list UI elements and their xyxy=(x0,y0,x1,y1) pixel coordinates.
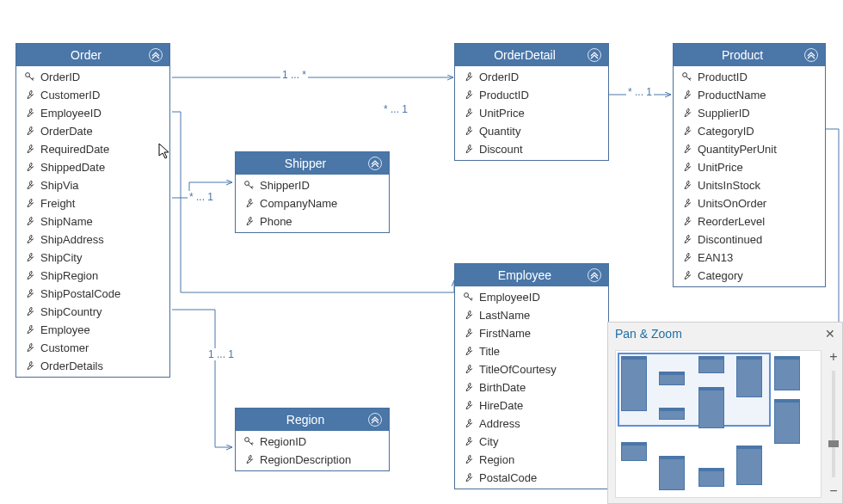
field-row[interactable]: EmployeeID xyxy=(16,104,169,122)
field-label: ReorderLevel xyxy=(698,215,765,228)
field-label: OrderDetails xyxy=(40,360,103,372)
zoom-slider[interactable]: + − xyxy=(825,345,842,503)
field-row[interactable]: ProductID xyxy=(674,68,825,86)
entity-header[interactable]: Shipper xyxy=(236,152,389,175)
field-row[interactable]: Quantity xyxy=(455,122,608,140)
wrench-icon xyxy=(23,162,35,173)
field-row[interactable]: OrderID xyxy=(16,68,169,86)
panzoom-thumbnail[interactable] xyxy=(615,350,821,498)
field-row[interactable]: Region xyxy=(455,451,608,469)
field-row[interactable]: HireDate xyxy=(455,396,608,415)
zoom-out-button[interactable]: − xyxy=(828,482,839,500)
field-row[interactable]: OrderDetails xyxy=(16,357,169,375)
wrench-icon xyxy=(462,364,474,375)
panzoom-panel[interactable]: Pan & Zoom ✕ + xyxy=(607,322,843,504)
collapse-icon[interactable] xyxy=(588,268,601,282)
field-row[interactable]: ShipName xyxy=(16,212,169,230)
field-row[interactable]: CompanyName xyxy=(236,194,389,212)
field-row[interactable]: Address xyxy=(455,415,608,433)
field-row[interactable]: UnitPrice xyxy=(455,104,608,122)
field-label: HireDate xyxy=(479,399,523,412)
diagram-canvas[interactable]: 1 ... * * ... 1 * ... 1 * ... 1 1 ... 1 … xyxy=(0,0,843,504)
field-row[interactable]: UnitsOnOrder xyxy=(674,194,825,212)
field-row[interactable]: PostalCode xyxy=(455,469,608,487)
field-row[interactable]: BirthDate xyxy=(455,378,608,396)
entity-orderdetail[interactable]: OrderDetail OrderIDProductIDUnitPriceQua… xyxy=(454,43,609,161)
entity-header[interactable]: Order xyxy=(16,44,169,66)
field-row[interactable]: ShipAddress xyxy=(16,230,169,249)
field-row[interactable]: City xyxy=(455,433,608,451)
field-row[interactable]: OrderID xyxy=(455,68,608,86)
field-row[interactable]: QuantityPerUnit xyxy=(674,140,825,158)
field-row[interactable]: ShipRegion xyxy=(16,267,169,285)
field-row[interactable]: TitleOfCourtesy xyxy=(455,360,608,378)
field-row[interactable]: Discount xyxy=(455,140,608,158)
entity-employee[interactable]: Employee EmployeeIDLastNameFirstNameTitl… xyxy=(454,263,609,489)
entity-header[interactable]: OrderDetail xyxy=(455,44,608,66)
field-label: BirthDate xyxy=(479,381,526,394)
entity-shipper[interactable]: Shipper ShipperIDCompanyNamePhone xyxy=(235,151,390,233)
field-row[interactable]: ShipVia xyxy=(16,176,169,194)
field-row[interactable]: UnitPrice xyxy=(674,158,825,176)
field-row[interactable]: ProductName xyxy=(674,86,825,104)
field-row[interactable]: ShipCity xyxy=(16,249,169,267)
field-row[interactable]: CustomerID xyxy=(16,86,169,104)
field-row[interactable]: LastName xyxy=(455,306,608,324)
field-label: ShipRegion xyxy=(40,269,98,282)
field-row[interactable]: Title xyxy=(455,342,608,360)
entity-body-employee: EmployeeIDLastNameFirstNameTitleTitleOfC… xyxy=(455,286,608,489)
entity-region[interactable]: Region RegionIDRegionDescription xyxy=(235,408,390,471)
field-row[interactable]: RegionDescription xyxy=(236,451,389,469)
field-label: EmployeeID xyxy=(40,107,102,120)
field-row[interactable]: RegionID xyxy=(236,433,389,451)
field-row[interactable]: OrderDate xyxy=(16,122,169,140)
collapse-icon[interactable] xyxy=(368,157,382,170)
field-row[interactable]: Freight xyxy=(16,194,169,212)
zoom-in-button[interactable]: + xyxy=(828,348,839,366)
field-label: QuantityPerUnit xyxy=(698,143,777,156)
field-row[interactable]: EmployeeID xyxy=(455,288,608,306)
wrench-icon xyxy=(462,400,474,411)
field-label: Freight xyxy=(40,197,75,210)
field-row[interactable]: ShipPostalCode xyxy=(16,285,169,303)
field-row[interactable]: ShipCountry xyxy=(16,303,169,321)
zoom-handle[interactable] xyxy=(828,440,839,447)
wrench-icon xyxy=(23,360,35,372)
relation-label: * ... 1 xyxy=(382,103,409,115)
field-row[interactable]: ShippedDate xyxy=(16,158,169,176)
entity-order[interactable]: Order OrderIDCustomerIDEmployeeIDOrderDa… xyxy=(15,43,170,378)
collapse-icon[interactable] xyxy=(588,48,601,62)
field-label: ShipCity xyxy=(40,251,82,264)
field-label: ShipVia xyxy=(40,179,79,192)
field-label: Category xyxy=(698,269,743,282)
wrench-icon xyxy=(680,198,692,209)
collapse-icon[interactable] xyxy=(149,48,163,62)
zoom-track[interactable] xyxy=(832,371,835,477)
wrench-icon xyxy=(680,252,692,263)
field-row[interactable]: ShipperID xyxy=(236,176,389,194)
field-row[interactable]: Discontinued xyxy=(674,230,825,249)
entity-header[interactable]: Product xyxy=(674,44,825,66)
field-row[interactable]: UnitsInStock xyxy=(674,176,825,194)
field-row[interactable]: FirstName xyxy=(455,324,608,342)
field-row[interactable]: Phone xyxy=(236,212,389,230)
entity-header[interactable]: Region xyxy=(236,409,389,431)
wrench-icon xyxy=(23,252,35,263)
collapse-icon[interactable] xyxy=(368,413,382,427)
field-row[interactable]: SupplierID xyxy=(674,104,825,122)
field-row[interactable]: EAN13 xyxy=(674,249,825,267)
field-row[interactable]: ReorderLevel xyxy=(674,212,825,230)
field-row[interactable]: Category xyxy=(674,267,825,285)
collapse-icon[interactable] xyxy=(804,48,818,62)
field-row[interactable]: RequiredDate xyxy=(16,140,169,158)
close-icon[interactable]: ✕ xyxy=(825,327,835,341)
field-row[interactable]: Customer xyxy=(16,339,169,357)
field-row[interactable]: ProductID xyxy=(455,86,608,104)
field-label: RegionID xyxy=(260,435,306,448)
entity-product[interactable]: Product ProductIDProductNameSupplierIDCa… xyxy=(673,43,826,287)
wrench-icon xyxy=(23,180,35,191)
field-row[interactable]: Employee xyxy=(16,321,169,339)
field-row[interactable]: CategoryID xyxy=(674,122,825,140)
entity-body-product: ProductIDProductNameSupplierIDCategoryID… xyxy=(674,66,825,286)
entity-header[interactable]: Employee xyxy=(455,264,608,286)
